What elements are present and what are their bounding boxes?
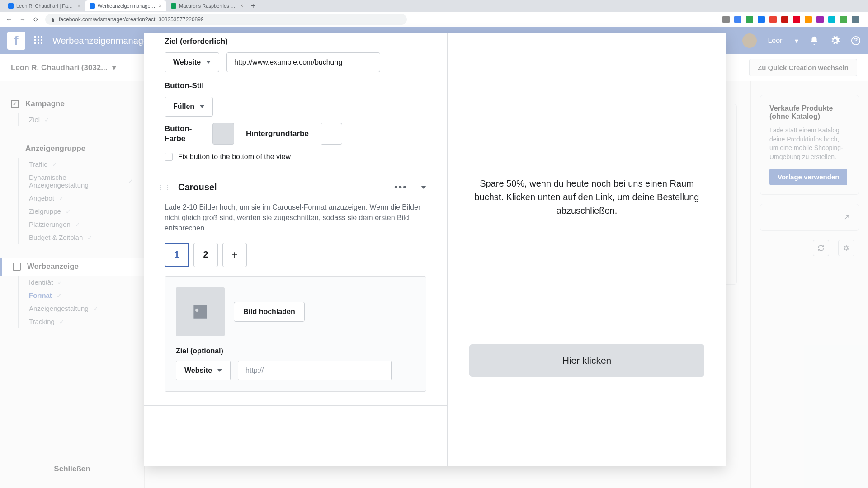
button-style-label: Button-Stil (165, 81, 426, 90)
reload-button[interactable]: ⟳ (32, 15, 41, 24)
preview-spacer (456, 41, 718, 154)
carousel-panel: Bild hochladen Ziel (optional) Website h… (165, 276, 426, 392)
preview-cta-button[interactable]: Hier klicken (469, 344, 704, 377)
bg-color-swatch[interactable] (321, 123, 342, 145)
bg-color-label: Hintergrundfarbe (246, 129, 309, 139)
checkbox-label: Fix button to the bottom of the view (178, 153, 291, 161)
extension-icon[interactable] (828, 16, 835, 23)
extension-icon[interactable] (722, 16, 730, 23)
button-color-group: Button-Farbe Hintergrundfarbe (144, 121, 447, 149)
image-placeholder[interactable] (176, 287, 225, 336)
carousel-dest-type-select[interactable]: Website (176, 361, 231, 380)
image-upload-row: Bild hochladen (176, 287, 415, 336)
carousel-description: Lade 2-10 Bilder hoch, um sie im Carouse… (144, 202, 447, 243)
upload-image-button[interactable]: Bild hochladen (234, 302, 305, 322)
back-button[interactable]: ← (5, 15, 14, 24)
carousel-header: ⋮⋮ Carousel ••• (144, 172, 447, 202)
extension-icon[interactable] (852, 16, 859, 23)
extension-icons (722, 16, 863, 23)
tab-strip: Leon R. Chaudhari | Facebook × Werbeanze… (0, 0, 868, 12)
extension-icon[interactable] (781, 16, 788, 23)
browser-chrome: Leon R. Chaudhari | Facebook × Werbeanze… (0, 0, 868, 27)
format-modal: Ziel (erforderlich) Website http://www.e… (144, 33, 726, 466)
toolbar-row: ← → ⟳ facebook.com/adsmanager/creation?a… (0, 12, 868, 27)
chevron-down-icon (217, 369, 222, 372)
close-icon[interactable]: × (159, 3, 162, 9)
extension-icon[interactable] (758, 16, 765, 23)
carousel-tab-1[interactable]: 1 (165, 243, 189, 267)
extension-icon[interactable] (840, 16, 847, 23)
image-icon (190, 302, 210, 322)
facebook-favicon (90, 3, 95, 9)
close-icon[interactable]: × (77, 3, 80, 9)
destination-url-input[interactable]: http://www.example.com/buchung (226, 52, 380, 72)
destination-group: Ziel (erforderlich) Website http://www.e… (144, 33, 447, 77)
chevron-down-icon (200, 105, 204, 108)
tab-title: Macarons Raspberries Pastrie (179, 3, 237, 9)
extension-icon[interactable] (746, 16, 753, 23)
chevron-down-icon (206, 61, 211, 64)
browser-tab[interactable]: Macarons Raspberries Pastrie × (166, 0, 248, 11)
preview-canvas: Spare 50%, wenn du heute noch bei uns ei… (456, 41, 718, 458)
extension-icon[interactable] (816, 16, 824, 23)
extension-icon[interactable] (805, 16, 812, 23)
preview-cta-wrap: Hier klicken (456, 326, 718, 395)
drag-handle-icon[interactable]: ⋮⋮ (157, 183, 172, 191)
select-value: Füllen (173, 103, 194, 111)
browser-tab[interactable]: Leon R. Chaudhari | Facebook × (4, 0, 85, 11)
extension-icon[interactable] (769, 16, 777, 23)
extension-icon[interactable] (734, 16, 741, 23)
facebook-favicon (8, 3, 14, 9)
fix-button-checkbox-row[interactable]: Fix button to the bottom of the view (144, 149, 447, 172)
button-color-swatch[interactable] (212, 123, 234, 145)
url-text: facebook.com/adsmanager/creation?act=303… (59, 16, 204, 23)
sheets-favicon (171, 3, 176, 9)
extension-icon[interactable] (793, 16, 800, 23)
chevron-down-icon[interactable] (421, 186, 426, 189)
modal-preview-panel: Spare 50%, wenn du heute noch bei uns ei… (448, 33, 726, 466)
select-value: Website (184, 366, 212, 375)
select-value: Website (173, 58, 201, 66)
carousel-tab-2[interactable]: 2 (193, 243, 218, 267)
more-icon[interactable]: ••• (387, 181, 415, 193)
carousel-title: Carousel (178, 182, 381, 192)
divider (144, 405, 447, 406)
lock-icon (51, 17, 55, 22)
modal-form-panel: Ziel (erforderlich) Website http://www.e… (144, 33, 448, 466)
address-bar[interactable]: facebook.com/adsmanager/creation?act=303… (45, 14, 407, 25)
destination-type-select[interactable]: Website (165, 52, 219, 72)
destination-label: Ziel (erforderlich) (165, 37, 426, 46)
button-color-label: Button-Farbe (165, 124, 201, 144)
button-style-group: Button-Stil Füllen (144, 77, 447, 121)
browser-tab-active[interactable]: Werbeanzeigenmanager - Cre × (85, 0, 166, 11)
close-icon[interactable]: × (240, 3, 243, 9)
tab-title: Werbeanzeigenmanager - Cre (98, 3, 156, 9)
add-carousel-tab[interactable]: + (222, 243, 247, 267)
forward-button[interactable]: → (18, 15, 27, 24)
tab-title: Leon R. Chaudhari | Facebook (16, 3, 75, 9)
preview-body-text: Spare 50%, wenn du heute noch bei uns ei… (456, 154, 718, 240)
carousel-dest-label: Ziel (optional) (176, 347, 415, 355)
checkbox void[interactable] (165, 153, 173, 161)
button-style-select[interactable]: Füllen (165, 97, 213, 117)
carousel-tabs: 1 2 + (144, 243, 447, 267)
new-tab-button[interactable]: + (248, 2, 259, 10)
carousel-dest-url-input[interactable]: http:// (238, 361, 392, 380)
